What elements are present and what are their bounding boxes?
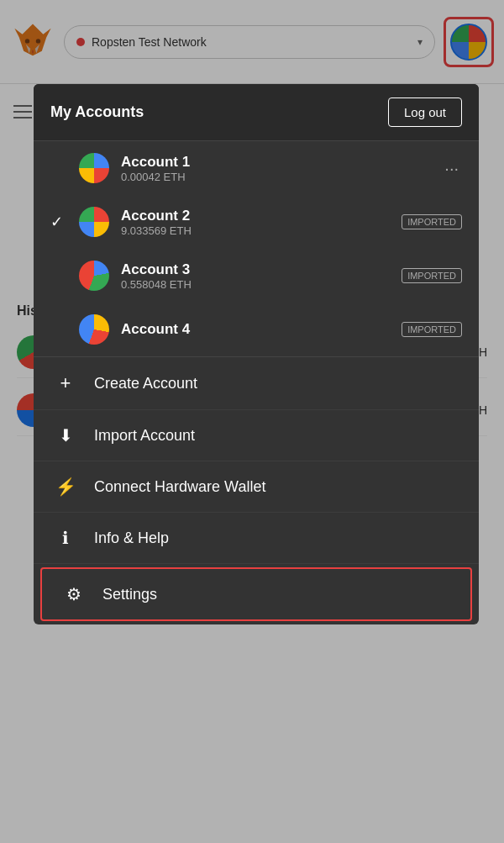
settings-label: Settings: [102, 586, 157, 603]
accounts-dropdown-panel: My Accounts Log out Account 1 0.00042 ET…: [34, 84, 479, 624]
accounts-list: Account 1 0.00042 ETH ··· ✓ Account 2 9.…: [34, 141, 479, 357]
account-avatar-1: [79, 153, 109, 183]
account-eth-1: 0.00042 ETH: [121, 171, 429, 183]
logout-button[interactable]: Log out: [388, 97, 462, 127]
create-account-menu-item[interactable]: + Create Account: [34, 357, 479, 410]
account-eth-3: 0.558048 ETH: [121, 278, 390, 291]
check-mark-2: ✓: [50, 213, 67, 231]
account-details-1: Account 1 0.00042 ETH: [121, 154, 429, 183]
account-name-4: Account 4: [121, 321, 390, 338]
info-help-menu-item[interactable]: ℹ Info & Help: [34, 513, 479, 564]
import-account-menu-item[interactable]: ⬇ Import Account: [34, 410, 479, 461]
connect-hardware-label: Connect Hardware Wallet: [94, 478, 265, 496]
connect-hardware-menu-item[interactable]: ⚡ Connect Hardware Wallet: [34, 461, 479, 513]
account-item-3[interactable]: Account 3 0.558048 ETH IMPORTED: [34, 249, 479, 303]
check-mark-4: [50, 321, 67, 339]
account-name-1: Account 1: [121, 154, 429, 171]
account-name-2: Account 2: [121, 208, 390, 224]
account-details-3: Account 3 0.558048 ETH: [121, 261, 390, 291]
account-item-1[interactable]: Account 1 0.00042 ETH ···: [34, 141, 479, 195]
info-help-label: Info & Help: [94, 530, 169, 547]
imported-badge-2: IMPORTED: [402, 214, 462, 229]
account-details-4: Account 4: [121, 321, 390, 338]
panel-title: My Accounts: [50, 103, 144, 121]
account-more-1[interactable]: ···: [441, 159, 462, 178]
create-account-label: Create Account: [94, 375, 197, 393]
settings-icon: ⚙: [62, 584, 86, 604]
import-account-icon: ⬇: [54, 425, 77, 445]
create-account-icon: +: [54, 372, 77, 394]
settings-menu-item[interactable]: ⚙ Settings: [40, 567, 472, 621]
account-avatar-3: [79, 261, 109, 291]
check-mark-3: [50, 267, 67, 285]
account-name-3: Account 3: [121, 261, 390, 278]
account-details-2: Account 2 9.033569 ETH: [121, 208, 390, 237]
info-icon: ℹ: [54, 528, 77, 548]
account-avatar-4: [79, 314, 109, 345]
account-eth-2: 9.033569 ETH: [121, 224, 390, 237]
account-item-4[interactable]: Account 4 IMPORTED: [34, 303, 479, 356]
import-account-label: Import Account: [94, 427, 195, 445]
account-avatar-2: [79, 207, 109, 237]
account-item-2[interactable]: ✓ Account 2 9.033569 ETH IMPORTED: [34, 195, 479, 249]
connect-hardware-icon: ⚡: [54, 477, 77, 497]
check-mark-1: [50, 160, 67, 177]
imported-badge-4: IMPORTED: [402, 322, 462, 337]
panel-header: My Accounts Log out: [34, 84, 479, 141]
imported-badge-3: IMPORTED: [402, 268, 462, 283]
